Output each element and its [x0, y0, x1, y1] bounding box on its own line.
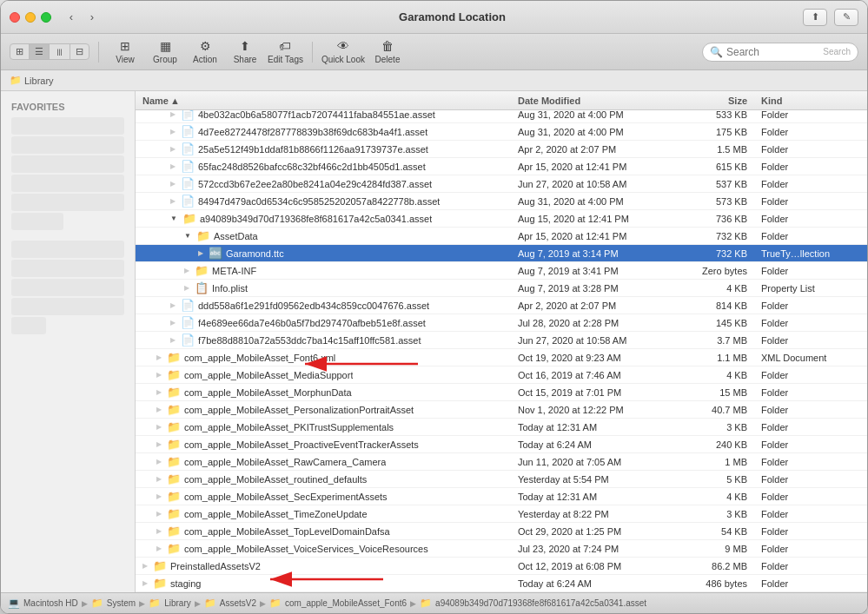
disclosure-open[interactable]: ▼	[184, 232, 191, 240]
quick-look-btn[interactable]: 👁 Quick Look	[321, 38, 365, 66]
statusbar-system[interactable]: System	[107, 598, 136, 608]
table-row[interactable]: ▶ 📄 572ccd3b67e2ee2a80be8241a04e29c4284f…	[136, 175, 867, 193]
search-input[interactable]	[726, 46, 819, 58]
statusbar-library[interactable]: Library	[164, 598, 191, 608]
disclosure-closed[interactable]: ▶	[156, 510, 162, 518]
sort-name-btn[interactable]: Name ▲	[142, 96, 180, 106]
disclosure-closed[interactable]: ▶	[170, 145, 176, 153]
disclosure-closed[interactable]: ▶	[170, 319, 176, 327]
disclosure-closed[interactable]: ▶	[156, 527, 162, 535]
group-btn[interactable]: ▦ Group	[148, 38, 182, 66]
table-row[interactable]: ▶ 📁 com_apple_MobileAsset_routined_defau…	[136, 471, 867, 488]
table-row[interactable]: ▶ 📁 com_apple_MobileAsset_TimeZoneUpdate…	[136, 505, 867, 523]
statusbar-macintosh[interactable]: Macintosh HD	[23, 598, 78, 608]
edit-tags-btn[interactable]: 🏷 Edit Tags	[268, 38, 303, 66]
statusbar-asset[interactable]: a94089b349d70d719368fe8f681617a42c5a0341…	[435, 598, 646, 608]
search-box[interactable]: 🔍 Search	[702, 43, 858, 62]
disclosure-closed[interactable]: ▶	[142, 579, 148, 587]
disclosure-closed[interactable]: ▶	[156, 423, 162, 431]
table-row[interactable]: ▶ 📄 4d7ee82724478f287778839b38f69dc683b4…	[136, 123, 867, 141]
col-date-header[interactable]: Date Modified	[511, 96, 685, 106]
table-row[interactable]: ▼ 📁 AssetData Apr 15, 2020 at 12:41 PM 7…	[136, 228, 867, 245]
view-options-btn[interactable]: ⊞ View	[108, 38, 142, 66]
table-row[interactable]: ▶ 📁 com_apple_MobileAsset_Personalizatio…	[136, 401, 867, 419]
disclosure-closed[interactable]: ▶	[156, 475, 162, 483]
disclosure-closed[interactable]: ▶	[184, 284, 189, 292]
maximize-button[interactable]	[41, 12, 51, 23]
table-row[interactable]: ▶ 📁 com_apple_MobileAsset_VoiceServices_…	[136, 540, 867, 558]
cell-size: 814 KB	[685, 300, 754, 311]
view-list-btn[interactable]: ☰	[30, 44, 50, 59]
back-button[interactable]: ‹	[62, 8, 81, 27]
share-titlebar-btn[interactable]: ⬆	[803, 9, 827, 26]
disclosure-closed[interactable]: ▶	[170, 180, 176, 188]
sidebar-item-3	[11, 155, 124, 173]
table-row[interactable]: ▶ 🔤 Garamond.ttc Aug 7, 2019 at 3:14 PM …	[136, 245, 867, 262]
table-row[interactable]: ▶ 📁 staging Today at 6:24 AM 486 bytes F…	[136, 575, 867, 592]
close-button[interactable]	[10, 12, 20, 23]
folder-icon: 📁	[167, 455, 181, 468]
minimize-button[interactable]	[25, 12, 36, 23]
col-kind-header[interactable]: Kind	[754, 96, 867, 106]
disclosure-closed[interactable]: ▶	[156, 406, 162, 413]
disclosure-closed[interactable]: ▶	[156, 353, 162, 361]
statusbar-sep-5: ▶	[410, 599, 416, 608]
disclosure-closed[interactable]: ▶	[156, 371, 162, 379]
table-row[interactable]: ▶ 📁 com_apple_MobileAsset_PKITrustSupple…	[136, 419, 867, 436]
disclosure-closed[interactable]: ▶	[156, 545, 162, 552]
disclosure-closed[interactable]: ▶	[170, 128, 176, 135]
file-name-text: 84947d479ac0d6534c6c958525202057a8422778…	[198, 196, 440, 207]
disclosure-open[interactable]: ▼	[170, 215, 177, 222]
view-gallery-btn[interactable]: ⊟	[70, 44, 89, 59]
share-btn[interactable]: ⬆ Share	[228, 38, 262, 66]
table-row[interactable]: ▼ 📁 a94089b349d70d719368fe8f681617a42c5a…	[136, 210, 867, 228]
table-row[interactable]: ▶ 📄 f4e689ee66da7e46b0a5f7bd297470afbeb5…	[136, 314, 867, 332]
statusbar-sep-2: ▶	[139, 599, 145, 608]
table-row[interactable]: ▶ 📁 com_apple_MobileAsset_Font6.xml Oct …	[136, 349, 867, 366]
view-column-btn[interactable]: ⫼	[50, 44, 70, 59]
disclosure-closed[interactable]: ▶	[170, 336, 176, 344]
disclosure-closed[interactable]: ▶	[170, 110, 176, 118]
edit-tags-label: Edit Tags	[268, 55, 303, 64]
col-name-header[interactable]: Name ▲	[136, 96, 511, 106]
disclosure-closed[interactable]: ▶	[170, 162, 176, 170]
forward-button[interactable]: ›	[83, 8, 102, 27]
disclosure-closed[interactable]: ▶	[184, 267, 189, 274]
statusbar-font6[interactable]: com_apple_MobileAsset_Font6	[285, 598, 407, 608]
breadcrumb-library[interactable]: 📁 Library	[10, 75, 54, 86]
table-row[interactable]: ▶ 📄 84947d479ac0d6534c6c958525202057a842…	[136, 193, 867, 210]
action-btn[interactable]: ⚙ Action	[188, 38, 222, 66]
disclosure-closed[interactable]: ▶	[170, 197, 176, 205]
cell-kind: Folder	[754, 578, 867, 589]
table-row[interactable]: ▶ 📄 f7be88d8810a72a553ddc7ba14c15aff10ff…	[136, 332, 867, 349]
table-row[interactable]: ▶ 📁 META-INF Aug 7, 2019 at 3:41 PM Zero…	[136, 262, 867, 280]
statusbar-assetsv2[interactable]: AssetsV2	[220, 598, 256, 608]
table-row[interactable]: ▶ 📁 com_apple_MobileAsset_MediaSupport O…	[136, 366, 867, 384]
table-row[interactable]: ▶ 📁 com_apple_MobileAsset_SecExperimentA…	[136, 488, 867, 505]
table-row[interactable]: ▶ 📄 65fac248d8526bafcc68c32bf466c2d1bb45…	[136, 158, 867, 175]
disclosure-closed[interactable]: ▶	[170, 301, 176, 309]
file-list-container[interactable]: Name ▲ Date Modified Size Kind ▼ 📁 Acc	[136, 91, 867, 592]
cell-name: ▼ 📁 AssetData	[136, 229, 511, 242]
file-name-text: com_apple_MobileAsset_routined_defaults	[184, 474, 367, 485]
disclosure-closed[interactable]: ▶	[156, 458, 162, 465]
disclosure-closed[interactable]: ▶	[156, 492, 162, 500]
disclosure-closed[interactable]: ▶	[156, 440, 162, 448]
disclosure-closed[interactable]: ▶	[156, 388, 162, 396]
cell-name: ▶ 📋 Info.plist	[136, 281, 511, 294]
table-row[interactable]: ▶ 📄 ddd558a6f1e291fd09562edb434c859cc004…	[136, 297, 867, 314]
delete-btn[interactable]: 🗑 Delete	[370, 38, 405, 66]
table-row[interactable]: ▶ 📁 com_apple_MobileAsset_MorphunData Oc…	[136, 384, 867, 401]
table-row[interactable]: ▶ 📄 25a5e512f49b1ddaf81b8866f1126aa91739…	[136, 141, 867, 158]
view-icon-btn[interactable]: ⊞	[10, 44, 30, 59]
table-row[interactable]: ▶ 📋 Info.plist Aug 7, 2019 at 3:28 PM 4 …	[136, 280, 867, 297]
table-row[interactable]: ▶ 📁 com_apple_MobileAsset_TopLevelDomain…	[136, 523, 867, 540]
edit-btn[interactable]: ✎	[834, 9, 858, 26]
disclosure-closed[interactable]: ▶	[142, 562, 148, 570]
table-row[interactable]: ▶ 📁 com_apple_MobileAsset_ProactiveEvent…	[136, 436, 867, 453]
col-size-header[interactable]: Size	[685, 96, 754, 106]
table-row[interactable]: ▶ 📁 PreinstalledAssetsV2 Oct 12, 2019 at…	[136, 558, 867, 575]
disclosure-closed[interactable]: ▶	[198, 249, 203, 257]
col-name-label: Name	[142, 96, 169, 106]
table-row[interactable]: ▶ 📁 com_apple_MobileAsset_RawCamera_Came…	[136, 453, 867, 471]
